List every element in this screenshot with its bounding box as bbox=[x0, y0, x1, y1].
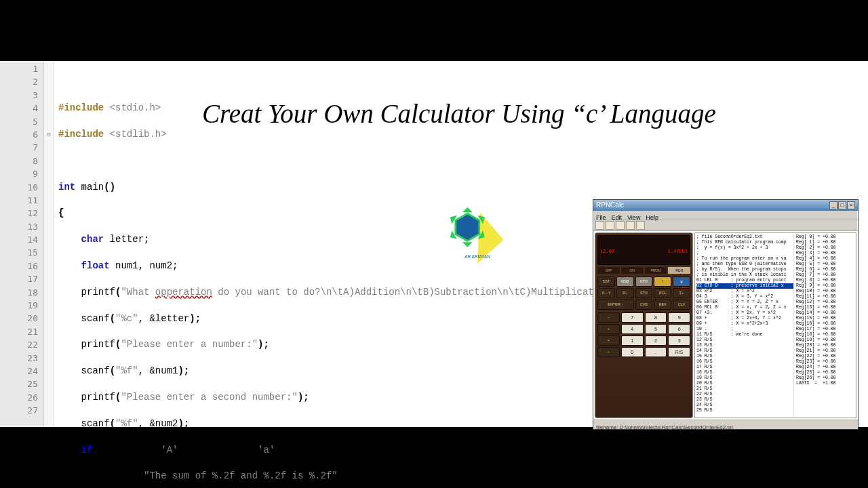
key-f-shift[interactable]: f bbox=[654, 277, 671, 287]
listing-line[interactable]: 24 R/S bbox=[696, 403, 793, 408]
key-dot[interactable]: . bbox=[645, 347, 667, 357]
register-line: Reg[12] = +0.00 bbox=[796, 300, 854, 305]
fold-toggle-icon[interactable]: ⊟ bbox=[44, 128, 54, 141]
program-listing[interactable]: ; file SecondOrderEq2.txt; This RPN calc… bbox=[694, 232, 856, 418]
key-sst[interactable]: SST bbox=[597, 277, 615, 287]
register-line: Reg[25] = +0.00 bbox=[796, 370, 854, 375]
rpncalc-statusbar: filename: D:\johnk\projects\RpnCalc\Seco… bbox=[593, 420, 858, 429]
key-mult[interactable]: × bbox=[597, 336, 620, 346]
key-5[interactable]: 5 bbox=[645, 324, 667, 334]
key-sto[interactable]: STO bbox=[635, 288, 653, 298]
key-9[interactable]: 9 bbox=[668, 312, 690, 323]
listing-line[interactable]: 05 ENTER ; X = Y = 2, Z = x bbox=[696, 300, 793, 305]
line-number: 3 bbox=[0, 89, 43, 102]
mode-off[interactable]: OFF bbox=[597, 267, 620, 274]
menu-help[interactable]: Help bbox=[646, 211, 658, 219]
listing-line[interactable]: 15 R/S bbox=[696, 354, 793, 359]
listing-line[interactable]: 14 R/S bbox=[696, 348, 793, 354]
toolbar-open-icon[interactable] bbox=[606, 221, 614, 230]
key-0[interactable]: 0 bbox=[621, 347, 644, 357]
maximize-icon[interactable]: □ bbox=[838, 201, 846, 209]
key-chs[interactable]: CHS bbox=[635, 300, 653, 310]
listing-line[interactable]: 19 R/S bbox=[696, 375, 793, 381]
key-clx[interactable]: CLX bbox=[673, 300, 690, 310]
line-number: 9 bbox=[0, 167, 43, 180]
listing-line[interactable]: 09 + ; X = x^2+2x+3 bbox=[696, 321, 793, 327]
listing-line[interactable]: 22 R/S bbox=[696, 392, 793, 397]
listing-line[interactable]: 13 R/S bbox=[696, 343, 793, 348]
listing-line[interactable]: ; y = f(x) = 3x^2 + 2x + 3 bbox=[696, 245, 793, 251]
toolbar-help-icon[interactable] bbox=[636, 221, 645, 230]
menu-edit[interactable]: Edit bbox=[612, 211, 623, 219]
listing-line[interactable]: 21 R/S bbox=[696, 386, 793, 392]
key-eex[interactable]: EEX bbox=[654, 300, 671, 310]
register-line: Reg[10] = +0.00 bbox=[796, 289, 854, 294]
register-line: Reg[19] = +0.00 bbox=[796, 338, 854, 343]
rpncalc-title-text: RPNCalc bbox=[596, 199, 624, 211]
toolbar-print-icon[interactable] bbox=[626, 221, 635, 230]
minimize-icon[interactable]: _ bbox=[829, 201, 837, 209]
key-minus[interactable]: − bbox=[597, 312, 620, 323]
listing-line[interactable]: 17 R/S bbox=[696, 365, 793, 370]
listing-line[interactable]: 23 R/S bbox=[696, 397, 793, 403]
key-sigma[interactable]: Σ+ bbox=[673, 288, 690, 298]
listing-line[interactable]: ; and then type GSB 0 (alternative bbox=[696, 262, 793, 267]
listing-line[interactable]: ; by R/S). When the program stops bbox=[696, 267, 793, 272]
listing-line[interactable]: 12 R/S bbox=[696, 338, 793, 343]
fold-column: ⊟ bbox=[44, 61, 54, 427]
listing-line[interactable]: 11 R/S ; we're done bbox=[696, 332, 793, 338]
listing-line[interactable]: 18 R/S bbox=[696, 370, 793, 375]
key-plus[interactable]: + bbox=[597, 324, 620, 334]
mode-run[interactable]: RUN bbox=[668, 267, 690, 274]
listing-line[interactable]: 25 R/S bbox=[696, 408, 793, 413]
listing-line[interactable]: 20 R/S bbox=[696, 381, 793, 386]
line-number: 16 bbox=[0, 260, 43, 272]
key-2[interactable]: 2 bbox=[645, 336, 667, 346]
rpncalc-titlebar[interactable]: RPNCalc _ □ × bbox=[593, 200, 858, 211]
calculator-faceplate: 12.001.47E01 24.00 12.00 SET OFF ON PRGM… bbox=[595, 232, 693, 418]
key-6[interactable]: 6 bbox=[668, 324, 690, 334]
menu-view[interactable]: View bbox=[627, 211, 640, 219]
listing-line[interactable]: 01 LBL 0 ; program entry point bbox=[696, 278, 793, 283]
listing-line[interactable]: 10 . ; bbox=[696, 327, 793, 332]
listing-line[interactable]: ; is visible in the X stack locati bbox=[696, 272, 793, 278]
listing-line[interactable]: ; To run the program enter an x va bbox=[696, 256, 793, 262]
listing-line[interactable]: 06 RCL 0 ; X = x, Y = 2, Z = x bbox=[696, 305, 793, 310]
mode-prgm[interactable]: PRGM bbox=[645, 267, 667, 274]
key-gsb[interactable]: GSB bbox=[616, 277, 634, 287]
key-1[interactable]: 1 bbox=[621, 336, 644, 346]
register-line: Reg[ 0] = +0.00 bbox=[796, 235, 854, 240]
listing-line[interactable]: ; bbox=[696, 251, 793, 256]
key-g-shift[interactable]: g bbox=[673, 277, 690, 287]
line-number: 23 bbox=[0, 352, 43, 365]
toolbar-save-icon[interactable] bbox=[616, 221, 625, 230]
listing-line[interactable]: 16 R/S bbox=[696, 359, 793, 365]
key-enter[interactable]: ENTER ↑ bbox=[597, 300, 634, 310]
code-editor[interactable]: #include <stdio.h> #include <stdlib.h> i… bbox=[54, 61, 868, 427]
key-4[interactable]: 4 bbox=[621, 324, 644, 334]
close-icon[interactable]: × bbox=[847, 201, 855, 209]
key-rs[interactable]: R/S bbox=[668, 347, 690, 357]
toolbar-new-icon[interactable] bbox=[595, 221, 604, 230]
key-3[interactable]: 3 bbox=[668, 336, 690, 346]
listing-line[interactable]: ; This RPN calculator program comp bbox=[696, 240, 793, 245]
listing-line[interactable]: 04 3 ; X = 3, Y = x^2 bbox=[696, 294, 793, 300]
register-line: Reg[20] = +0.00 bbox=[796, 343, 854, 348]
channel-logo-sticker: AR ARIAYAN bbox=[412, 193, 475, 256]
key-rcl[interactable]: RCL bbox=[654, 288, 671, 298]
listing-line[interactable]: 07 +3. ; X = 2x, Y = x^2 bbox=[696, 310, 793, 316]
line-number: 5 bbox=[0, 115, 43, 128]
key-gto[interactable]: GTO bbox=[635, 277, 653, 287]
listing-line[interactable]: 08 + ; X = 2x+3, Y = x^2 bbox=[696, 316, 793, 321]
line-number: 18 bbox=[0, 286, 43, 299]
mode-on[interactable]: ON bbox=[621, 267, 644, 274]
key-8[interactable]: 8 bbox=[645, 312, 667, 323]
listing-line[interactable]: 03 x^2 ; X = x^2 bbox=[696, 289, 793, 294]
line-number: 7 bbox=[0, 141, 43, 154]
listing-line[interactable]: 02 STO 0 ; preserve initial x bbox=[696, 283, 793, 289]
key-xy[interactable]: X↔Y bbox=[597, 288, 615, 298]
key-div[interactable]: ÷ bbox=[597, 347, 620, 357]
key-7[interactable]: 7 bbox=[621, 312, 644, 323]
menu-file[interactable]: File bbox=[596, 211, 606, 219]
key-rdown[interactable]: R↓ bbox=[616, 288, 634, 298]
